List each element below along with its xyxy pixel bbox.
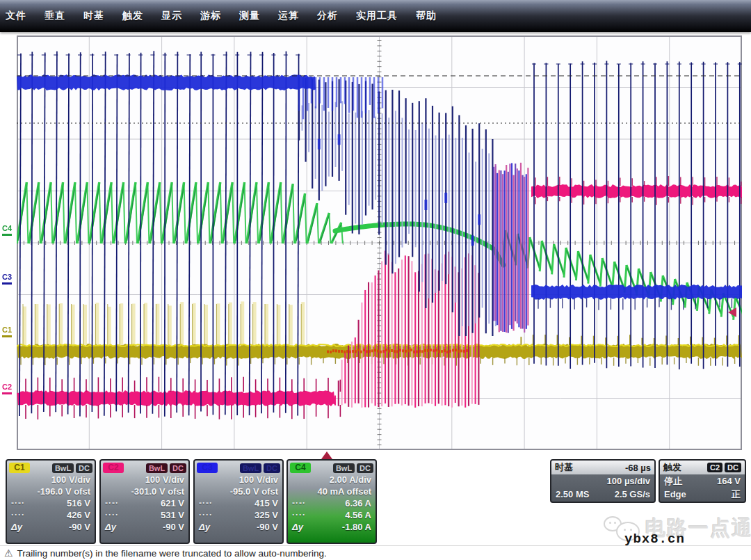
menu-trigger[interactable]: 触发	[122, 10, 143, 22]
cursor1-value: 6.36 A	[345, 497, 371, 509]
cursor1-style-icon: -·-·	[105, 497, 119, 509]
cursor1-style-icon: -·-·	[11, 497, 25, 509]
waveform-display[interactable]	[17, 35, 742, 450]
trigger-box[interactable]: 触发 C2 DC 停止 164 V Edge 正	[659, 459, 746, 503]
channel-box-c1[interactable]: C1 BwL DC 100 V/div -196.0 V ofst -·-·51…	[6, 459, 96, 544]
menu-utilities[interactable]: 实用工具	[356, 10, 398, 22]
cursor1-value: 516 V	[67, 497, 90, 509]
cursor2-value: 325 V	[255, 509, 278, 521]
cursor1-style-icon: -·-·	[199, 497, 213, 509]
timebase-position: -68 µs	[625, 463, 651, 473]
menu-help[interactable]: 帮助	[416, 10, 437, 22]
channel-offset: -95.0 V ofst	[195, 486, 282, 497]
channel-box-c2[interactable]: C2 BwL DC 100 V/div -301.0 V ofst -·-·62…	[99, 459, 190, 544]
channel-box-c4-header: C4 BwL DC	[288, 461, 376, 474]
trigger-title: 触发	[663, 461, 681, 474]
bwl-badge: BwL	[333, 463, 355, 473]
trace-marker-c4[interactable]: C4	[2, 225, 17, 236]
trace-marker-c4-tick	[2, 234, 12, 236]
watermark-site: ybx8.cn	[624, 531, 685, 547]
cursor2-value: 4.56 A	[345, 509, 371, 521]
delta-value: -90 V	[69, 521, 90, 533]
trigger-type: Edge	[664, 488, 686, 501]
cursor2-style-icon: ····	[105, 509, 119, 521]
trace-marker-c1[interactable]: C1	[2, 326, 17, 337]
menu-cursors[interactable]: 游标	[200, 10, 221, 22]
cursor1-value: 415 V	[255, 497, 278, 509]
channel-offset: -301.0 V ofst	[101, 486, 188, 497]
trigger-coupling-badge: DC	[725, 463, 741, 472]
delta-label: Δy	[199, 521, 210, 533]
trace-marker-c3-label: C3	[2, 273, 12, 281]
menu-math[interactable]: 运算	[278, 10, 299, 22]
menu-display[interactable]: 显示	[161, 10, 182, 22]
menu-bar: 文件 垂直 时基 触发 显示 游标 测量 运算 分析 实用工具 帮助	[0, 0, 751, 32]
delta-label: Δy	[11, 521, 22, 533]
channel-scale: 100 V/div	[195, 474, 282, 486]
menu-timebase[interactable]: 时基	[83, 10, 104, 22]
menu-analysis[interactable]: 分析	[317, 10, 338, 22]
channel-box-c2-header: C2 BwL DC	[101, 461, 188, 474]
channel-tag-c2: C2	[103, 463, 124, 473]
trigger-source-badge: C2	[707, 463, 722, 472]
channel-scale: 100 V/div	[101, 474, 188, 486]
channel-box-c1-header: C1 BwL DC	[7, 461, 95, 474]
coupling-badge: DC	[170, 463, 186, 473]
menu-measure[interactable]: 测量	[239, 10, 260, 22]
trace-marker-c1-tick	[2, 335, 12, 337]
cursor1-value: 621 V	[161, 497, 184, 509]
bwl-badge: BwL	[52, 463, 74, 473]
delta-value: -90 V	[257, 521, 278, 533]
oscilloscope-app: 文件 垂直 时基 触发 显示 游标 测量 运算 分析 实用工具 帮助 C4 C3…	[0, 0, 751, 560]
coupling-badge: DC	[264, 463, 280, 473]
timebase-samples: 2.50 MS	[556, 488, 589, 501]
trace-marker-c2-tick	[2, 392, 12, 394]
cursor2-style-icon: ····	[199, 509, 213, 521]
timebase-title: 时基	[555, 461, 573, 474]
delta-value: -1.80 A	[342, 521, 371, 533]
trace-marker-c1-label: C1	[2, 326, 12, 334]
trace-marker-c3[interactable]: C3	[2, 273, 17, 285]
delta-label: Δy	[292, 521, 303, 533]
trigger-level: 164 V	[717, 474, 741, 488]
trace-marker-c3-tick	[2, 282, 12, 285]
channel-offset: 40 mA offset	[288, 486, 376, 497]
warning-icon: ⚠	[4, 547, 13, 559]
timebase-box[interactable]: 时基 -68 µs 100 µs/div 2.50 MS 2.5 GS/s	[550, 459, 656, 503]
channel-offset: -196.0 V ofst	[7, 486, 95, 497]
watermark: 电路一点通 ybx8.cn	[599, 512, 749, 547]
cursor1-style-icon: -·-·	[292, 497, 306, 509]
channel-tag-c4: C4	[290, 463, 311, 473]
menu-file[interactable]: 文件	[6, 10, 26, 22]
channel-tag-c1: C1	[9, 463, 30, 473]
timebase-scale: 100 µs/div	[607, 474, 650, 488]
trigger-slope: 正	[732, 488, 741, 501]
status-bar: ⚠ Trailing number(s) in the filename wer…	[0, 545, 751, 560]
channel-scale: 2.00 A/div	[288, 474, 376, 486]
trace-marker-c2[interactable]: C2	[2, 383, 17, 394]
cursor2-style-icon: ····	[292, 509, 306, 521]
channel-box-c4[interactable]: C4 BwL DC 2.00 A/div 40 mA offset -·-·6.…	[286, 459, 377, 544]
trace-marker-c4-label: C4	[2, 224, 12, 232]
coupling-badge: DC	[357, 463, 373, 473]
cursor2-value: 426 V	[67, 509, 90, 521]
channel-tag-c3: C3	[197, 463, 218, 473]
channel-box-c3-header: C3 BwL DC	[195, 461, 282, 474]
status-message: Trailing number(s) in the filename were …	[17, 548, 327, 559]
coupling-badge: DC	[76, 463, 92, 473]
timebase-rate: 2.5 GS/s	[615, 488, 650, 501]
trigger-mode: 停止	[664, 474, 682, 488]
channel-box-c3[interactable]: C3 BwL DC 100 V/div -95.0 V ofst -·-·415…	[193, 459, 284, 544]
cursor2-style-icon: ····	[11, 509, 25, 521]
cursor2-value: 531 V	[161, 509, 184, 521]
channel-scale: 100 V/div	[7, 474, 95, 486]
menu-vertical[interactable]: 垂直	[45, 10, 65, 22]
bwl-badge: BwL	[146, 463, 168, 473]
delta-value: -90 V	[163, 521, 184, 533]
trace-marker-c2-label: C2	[2, 383, 12, 391]
trigger-position-marker[interactable]	[321, 451, 332, 459]
bwl-badge: BwL	[240, 463, 261, 473]
delta-label: Δy	[105, 521, 116, 533]
